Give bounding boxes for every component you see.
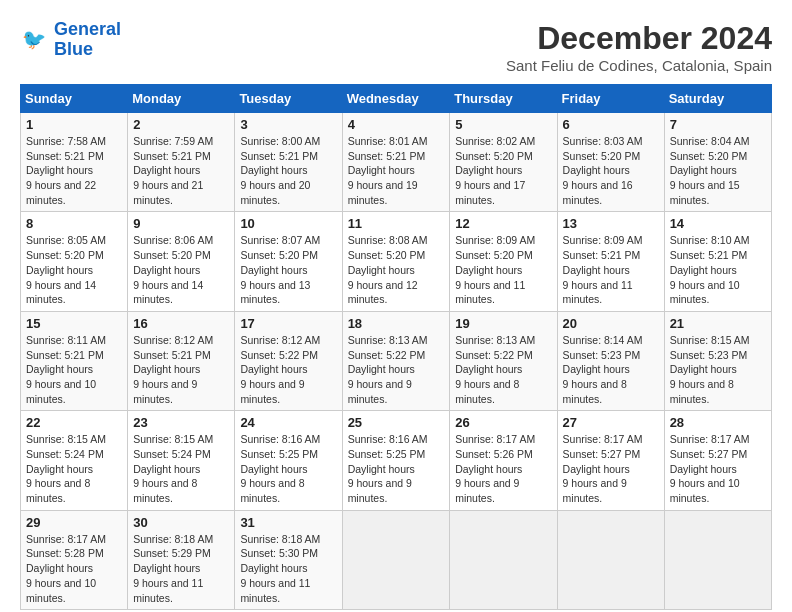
day-number: 25 (348, 415, 445, 430)
day-info: Sunrise: 8:00 AM Sunset: 5:21 PM Dayligh… (240, 134, 336, 207)
sunrise-label: Sunrise: 8:03 AM (563, 135, 643, 147)
sunset-label: Sunset: 5:26 PM (455, 448, 533, 460)
sunset-label: Sunset: 5:29 PM (133, 547, 211, 559)
calendar-cell: 11 Sunrise: 8:08 AM Sunset: 5:20 PM Dayl… (342, 212, 450, 311)
day-number: 23 (133, 415, 229, 430)
daylight-value: 9 hours and 15 minutes. (670, 179, 740, 206)
day-number: 20 (563, 316, 659, 331)
sunrise-label: Sunrise: 8:09 AM (563, 234, 643, 246)
day-info: Sunrise: 8:17 AM Sunset: 5:27 PM Dayligh… (563, 432, 659, 505)
calendar-cell: 15 Sunrise: 8:11 AM Sunset: 5:21 PM Dayl… (21, 311, 128, 410)
calendar-week-row: 8 Sunrise: 8:05 AM Sunset: 5:20 PM Dayli… (21, 212, 772, 311)
day-info: Sunrise: 8:17 AM Sunset: 5:28 PM Dayligh… (26, 532, 122, 605)
daylight-label: Daylight hours (455, 363, 522, 375)
daylight-value: 9 hours and 22 minutes. (26, 179, 96, 206)
daylight-value: 9 hours and 10 minutes. (670, 477, 740, 504)
sunrise-label: Sunrise: 8:15 AM (670, 334, 750, 346)
daylight-label: Daylight hours (26, 264, 93, 276)
daylight-label: Daylight hours (240, 363, 307, 375)
weekday-header-wednesday: Wednesday (342, 85, 450, 113)
sunrise-label: Sunrise: 8:04 AM (670, 135, 750, 147)
sunset-label: Sunset: 5:21 PM (240, 150, 318, 162)
weekday-header-thursday: Thursday (450, 85, 557, 113)
sunset-label: Sunset: 5:21 PM (26, 349, 104, 361)
daylight-value: 9 hours and 8 minutes. (26, 477, 90, 504)
daylight-label: Daylight hours (133, 363, 200, 375)
daylight-label: Daylight hours (348, 164, 415, 176)
sunrise-label: Sunrise: 8:09 AM (455, 234, 535, 246)
main-title: December 2024 (506, 20, 772, 57)
calendar-cell: 6 Sunrise: 8:03 AM Sunset: 5:20 PM Dayli… (557, 113, 664, 212)
day-number: 15 (26, 316, 122, 331)
daylight-value: 9 hours and 9 minutes. (133, 378, 197, 405)
sunrise-label: Sunrise: 8:17 AM (563, 433, 643, 445)
daylight-label: Daylight hours (133, 164, 200, 176)
sunset-label: Sunset: 5:20 PM (240, 249, 318, 261)
sunset-label: Sunset: 5:21 PM (670, 249, 748, 261)
day-info: Sunrise: 8:16 AM Sunset: 5:25 PM Dayligh… (240, 432, 336, 505)
daylight-value: 9 hours and 11 minutes. (563, 279, 633, 306)
day-info: Sunrise: 8:14 AM Sunset: 5:23 PM Dayligh… (563, 333, 659, 406)
sunrise-label: Sunrise: 8:13 AM (348, 334, 428, 346)
day-number: 2 (133, 117, 229, 132)
calendar-cell: 17 Sunrise: 8:12 AM Sunset: 5:22 PM Dayl… (235, 311, 342, 410)
daylight-label: Daylight hours (26, 363, 93, 375)
day-number: 5 (455, 117, 551, 132)
day-number: 21 (670, 316, 766, 331)
daylight-label: Daylight hours (670, 164, 737, 176)
day-info: Sunrise: 8:01 AM Sunset: 5:21 PM Dayligh… (348, 134, 445, 207)
day-info: Sunrise: 8:17 AM Sunset: 5:27 PM Dayligh… (670, 432, 766, 505)
calendar-cell: 31 Sunrise: 8:18 AM Sunset: 5:30 PM Dayl… (235, 510, 342, 609)
daylight-label: Daylight hours (563, 463, 630, 475)
calendar-cell: 22 Sunrise: 8:15 AM Sunset: 5:24 PM Dayl… (21, 411, 128, 510)
day-info: Sunrise: 8:12 AM Sunset: 5:22 PM Dayligh… (240, 333, 336, 406)
sunrise-label: Sunrise: 8:15 AM (133, 433, 213, 445)
sunrise-label: Sunrise: 8:13 AM (455, 334, 535, 346)
day-info: Sunrise: 8:17 AM Sunset: 5:26 PM Dayligh… (455, 432, 551, 505)
daylight-value: 9 hours and 11 minutes. (133, 577, 203, 604)
calendar-cell: 21 Sunrise: 8:15 AM Sunset: 5:23 PM Dayl… (664, 311, 771, 410)
daylight-value: 9 hours and 14 minutes. (26, 279, 96, 306)
calendar-cell: 14 Sunrise: 8:10 AM Sunset: 5:21 PM Dayl… (664, 212, 771, 311)
sunset-label: Sunset: 5:27 PM (563, 448, 641, 460)
svg-text:🐦: 🐦 (22, 27, 47, 51)
daylight-label: Daylight hours (455, 164, 522, 176)
sunset-label: Sunset: 5:24 PM (26, 448, 104, 460)
calendar-cell: 1 Sunrise: 7:58 AM Sunset: 5:21 PM Dayli… (21, 113, 128, 212)
day-number: 14 (670, 216, 766, 231)
sunset-label: Sunset: 5:25 PM (240, 448, 318, 460)
daylight-label: Daylight hours (563, 264, 630, 276)
day-info: Sunrise: 8:13 AM Sunset: 5:22 PM Dayligh… (455, 333, 551, 406)
calendar-week-row: 1 Sunrise: 7:58 AM Sunset: 5:21 PM Dayli… (21, 113, 772, 212)
daylight-value: 9 hours and 9 minutes. (455, 477, 519, 504)
day-info: Sunrise: 8:09 AM Sunset: 5:21 PM Dayligh… (563, 233, 659, 306)
day-info: Sunrise: 7:59 AM Sunset: 5:21 PM Dayligh… (133, 134, 229, 207)
calendar-cell (450, 510, 557, 609)
day-number: 4 (348, 117, 445, 132)
day-info: Sunrise: 8:13 AM Sunset: 5:22 PM Dayligh… (348, 333, 445, 406)
calendar-cell: 9 Sunrise: 8:06 AM Sunset: 5:20 PM Dayli… (128, 212, 235, 311)
sunrise-label: Sunrise: 8:14 AM (563, 334, 643, 346)
sunrise-label: Sunrise: 8:16 AM (348, 433, 428, 445)
daylight-label: Daylight hours (455, 463, 522, 475)
day-info: Sunrise: 8:05 AM Sunset: 5:20 PM Dayligh… (26, 233, 122, 306)
logo: 🐦 General Blue (20, 20, 121, 60)
daylight-value: 9 hours and 19 minutes. (348, 179, 418, 206)
daylight-value: 9 hours and 10 minutes. (26, 378, 96, 405)
sunrise-label: Sunrise: 8:17 AM (670, 433, 750, 445)
day-info: Sunrise: 8:07 AM Sunset: 5:20 PM Dayligh… (240, 233, 336, 306)
sunset-label: Sunset: 5:20 PM (563, 150, 641, 162)
day-number: 19 (455, 316, 551, 331)
day-info: Sunrise: 8:02 AM Sunset: 5:20 PM Dayligh… (455, 134, 551, 207)
daylight-value: 9 hours and 8 minutes. (563, 378, 627, 405)
sunset-label: Sunset: 5:23 PM (563, 349, 641, 361)
daylight-label: Daylight hours (348, 264, 415, 276)
calendar: SundayMondayTuesdayWednesdayThursdayFrid… (20, 84, 772, 610)
day-number: 27 (563, 415, 659, 430)
sunrise-label: Sunrise: 8:02 AM (455, 135, 535, 147)
day-number: 24 (240, 415, 336, 430)
sunrise-label: Sunrise: 7:58 AM (26, 135, 106, 147)
day-info: Sunrise: 8:09 AM Sunset: 5:20 PM Dayligh… (455, 233, 551, 306)
sunrise-label: Sunrise: 8:08 AM (348, 234, 428, 246)
calendar-cell (557, 510, 664, 609)
